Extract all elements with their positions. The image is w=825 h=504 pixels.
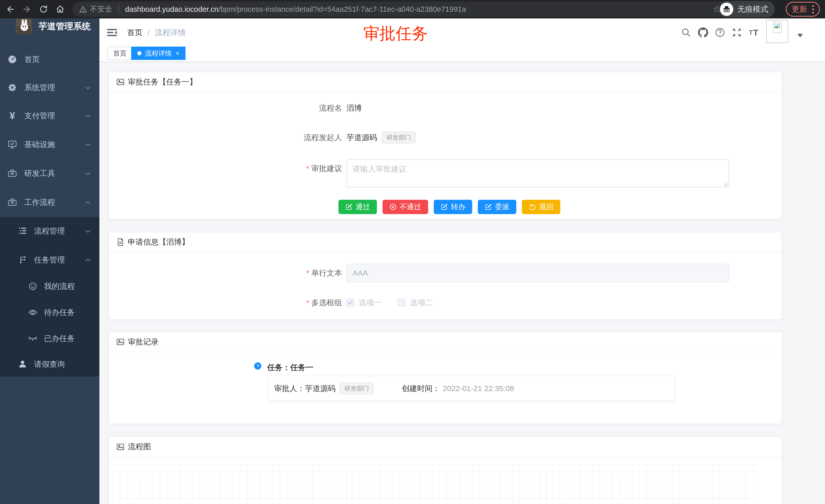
logo-image[interactable] [16, 18, 32, 34]
flow-node-icon [17, 246, 28, 274]
user-icon [17, 350, 28, 378]
sidebar-item-infrastructure[interactable]: 基础设施 [0, 131, 99, 159]
sidebar-item-done-tasks[interactable]: 已办任务 [0, 325, 99, 353]
url-bar[interactable]: 不安全 dashboard.yudao.iocoder.cn/bpm/proce… [73, 2, 728, 17]
hamburger-icon[interactable] [107, 28, 117, 37]
help-icon[interactable] [713, 18, 727, 47]
single-text-input[interactable] [347, 264, 729, 282]
incognito-icon [720, 3, 733, 16]
card-header: 审批任务【任务一】 [109, 72, 782, 92]
circle-close-icon [389, 203, 397, 211]
sidebar-item-label: 系统管理 [24, 74, 55, 102]
sidebar-item-my-process[interactable]: 我的流程 [0, 272, 99, 301]
suggestion-label: *审批建议 [109, 159, 342, 178]
picture-icon [117, 443, 124, 451]
chevron-down-icon [85, 230, 91, 233]
home-icon[interactable] [53, 0, 67, 18]
reload-icon[interactable] [36, 0, 51, 18]
security-label: 不安全 [90, 4, 112, 14]
active-dot-icon [137, 51, 141, 55]
sidebar-item-process-mgmt[interactable]: 流程管理 [0, 217, 99, 245]
sidebar-item-leave-query[interactable]: 请假查询 [0, 350, 99, 378]
sidebar-item-label: 已办任务 [44, 325, 75, 353]
return-label: 退回 [539, 202, 553, 212]
sidebar-item-workflow[interactable]: 工作流程 [0, 188, 99, 217]
browser-menu-icon[interactable] [812, 5, 814, 14]
suggestion-textarea[interactable] [347, 159, 729, 187]
checkbox-group-label: *多选框组 [109, 295, 342, 311]
transfer-button[interactable]: 转办 [434, 200, 472, 214]
eye-closed-icon [28, 325, 38, 353]
dept-tag: 研发部门 [340, 383, 374, 394]
card-header: 申请信息【滔博】 [109, 232, 782, 252]
checkbox-checked-icon[interactable] [347, 299, 354, 307]
process-name-label: 流程名 [109, 99, 342, 117]
sidebar-item-label: 我的流程 [44, 272, 75, 301]
delegate-button[interactable]: 委派 [478, 200, 516, 214]
checkbox-unchecked-icon[interactable] [398, 299, 405, 307]
transfer-label: 转办 [451, 202, 465, 212]
caret-down-icon[interactable] [797, 34, 803, 37]
sidebar-item-label: 流程管理 [34, 217, 65, 245]
edit-icon [346, 203, 353, 211]
sidebar-item-system[interactable]: 系统管理 [0, 74, 99, 102]
gear-icon [7, 74, 17, 102]
application-info-card: 申请信息【滔博】 *单行文本 *多选框组 选项一 选项二 [108, 232, 782, 320]
sidebar-item-label: 基础设施 [24, 131, 55, 159]
sidebar-item-task-mgmt[interactable]: 任务管理 [0, 246, 99, 274]
edit-icon [441, 203, 448, 211]
sidebar-item-label: 请假查询 [34, 350, 65, 378]
breadcrumb-separator: / [148, 28, 150, 37]
return-button[interactable]: 退回 [522, 200, 560, 214]
close-icon[interactable]: × [176, 50, 179, 56]
update-button[interactable]: 更新 [786, 2, 820, 17]
approval-task-card: 审批任务【任务一】 流程名 滔博 流程发起人 芋道源码 研发部门 *审批建议 通… [108, 72, 782, 219]
card-header: 审批记录 [109, 332, 782, 352]
update-label: 更新 [792, 4, 807, 15]
approve-label: 通过 [356, 202, 370, 212]
bpmn-canvas[interactable] [113, 465, 759, 504]
process-diagram-card: 流程图 [108, 436, 782, 504]
approve-button[interactable]: 通过 [339, 200, 377, 214]
tab-process-detail[interactable]: 流程详情 × [131, 47, 185, 60]
approval-actions: 通过 不通过 转办 委派 退回 [339, 200, 560, 214]
annotation-text: 审批任务 [363, 22, 428, 45]
timeline-clock-icon [254, 362, 261, 370]
search-icon[interactable] [679, 18, 693, 47]
back-icon[interactable] [3, 0, 17, 18]
font-size-icon[interactable]: TT [747, 18, 761, 47]
sidebar-item-label: 首页 [24, 45, 40, 74]
approver-label: 审批人： [274, 384, 305, 394]
single-text-label: *单行文本 [109, 264, 342, 282]
tab-home[interactable]: 首页 [107, 47, 133, 60]
breadcrumb-current: 流程详情 [155, 27, 185, 38]
chevron-up-icon [85, 259, 91, 262]
robot-icon [28, 272, 38, 301]
sidebar: 芋道管理系统 首页 系统管理 ¥ 支付管理 基础设施 [0, 18, 99, 504]
forward-icon[interactable] [20, 0, 34, 18]
divider [119, 5, 119, 13]
checkbox-label: 选项一 [359, 298, 382, 308]
chevron-down-icon [85, 143, 91, 146]
sidebar-item-todo-tasks[interactable]: 待办任务 [0, 299, 99, 327]
resize-handle[interactable] [723, 182, 728, 186]
sidebar-item-home[interactable]: 首页 [0, 45, 99, 74]
app-title[interactable]: 芋道管理系统 [39, 20, 91, 32]
breadcrumb-home[interactable]: 首页 [127, 27, 142, 38]
sidebar-item-label: 支付管理 [24, 102, 55, 130]
yen-icon: ¥ [7, 102, 17, 130]
incognito-badge: 无痕模式 [719, 1, 775, 17]
sidebar-item-payment[interactable]: ¥ 支付管理 [0, 102, 99, 130]
fullscreen-icon[interactable] [730, 18, 744, 47]
process-name-value: 滔博 [347, 99, 362, 117]
required-asterisk: * [306, 299, 309, 307]
incognito-label: 无痕模式 [737, 4, 768, 15]
avatar[interactable] [766, 20, 788, 43]
github-icon[interactable] [696, 18, 710, 47]
broken-image-icon [771, 21, 783, 33]
chevron-down-icon [85, 86, 91, 89]
sidebar-item-devtools[interactable]: 研发工具 [0, 159, 99, 187]
reject-label: 不通过 [400, 202, 421, 212]
reject-button[interactable]: 不通过 [382, 200, 428, 214]
url-path: /bpm/process-instance/detail?id=54aa251f… [218, 5, 466, 14]
